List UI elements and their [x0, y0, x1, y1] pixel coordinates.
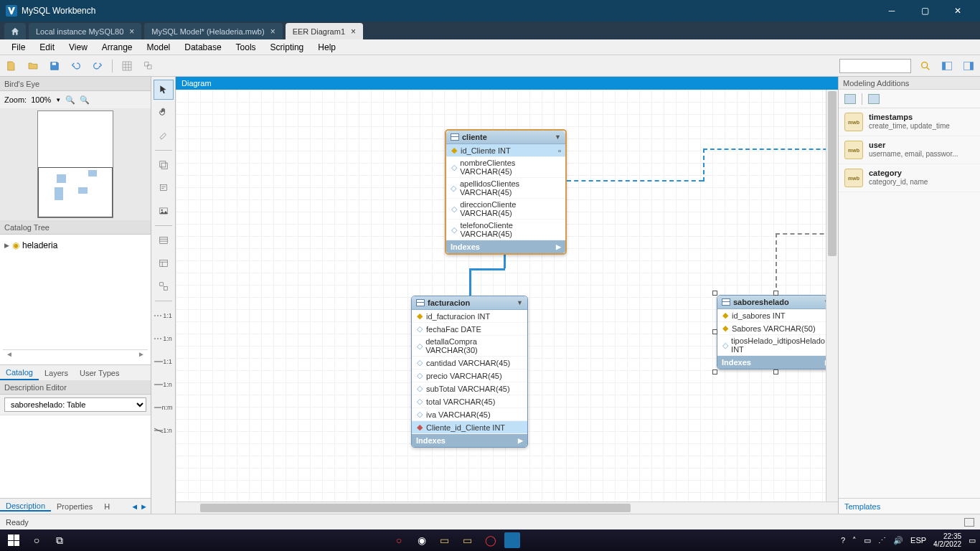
home-tab[interactable]: [4, 23, 26, 39]
panel-left-icon[interactable]: [940, 59, 954, 73]
resize-handle[interactable]: [712, 291, 717, 296]
close-button[interactable]: ✕: [941, 0, 974, 22]
eraser-tool[interactable]: [154, 126, 174, 146]
panel-right-icon[interactable]: [961, 59, 976, 73]
resize-handle[interactable]: [712, 329, 717, 334]
resize-handle[interactable]: [712, 369, 717, 375]
tab-mysql-model[interactable]: MySQL Model* (Heladeria.mwb) ×: [144, 23, 282, 39]
zoom-in-icon[interactable]: 🔍: [65, 95, 75, 105]
image-tool[interactable]: [154, 201, 174, 221]
menu-tools[interactable]: Tools: [229, 42, 263, 52]
undo-icon[interactable]: [69, 59, 83, 73]
new-file-icon[interactable]: [4, 59, 19, 73]
search-icon[interactable]: [918, 59, 933, 73]
search-taskbar-icon[interactable]: ○: [27, 531, 46, 550]
hand-tool[interactable]: [154, 103, 174, 123]
menu-file[interactable]: File: [4, 42, 32, 52]
templates-tab[interactable]: Templates: [839, 498, 980, 514]
app-icon[interactable]: ▭: [458, 531, 477, 550]
expand-icon[interactable]: ▶: [518, 437, 523, 444]
addition-icon[interactable]: [844, 94, 856, 104]
resize-handle[interactable]: [773, 291, 778, 296]
save-icon[interactable]: [47, 59, 62, 73]
battery-icon[interactable]: ▭: [864, 536, 871, 545]
description-select[interactable]: saboreshelado: Table: [4, 397, 146, 412]
rel-1-1-id[interactable]: 1:1: [154, 352, 174, 372]
volume-icon[interactable]: 🔊: [893, 536, 903, 545]
catalog-tree[interactable]: ▶ ◉ heladeria ◄►: [0, 235, 151, 364]
collapse-icon[interactable]: ▼: [517, 299, 523, 306]
pk-icon: ◆: [722, 311, 729, 320]
tray-expand-icon[interactable]: ˄: [852, 536, 857, 545]
zoom-out-icon[interactable]: 🔍: [80, 95, 90, 105]
vertical-scrollbar[interactable]: [826, 90, 838, 501]
tab-nav-arrows[interactable]: ◄►: [131, 502, 151, 511]
task-view-icon[interactable]: ⧉: [50, 531, 69, 550]
resize-handle[interactable]: [773, 369, 778, 375]
tab-catalog[interactable]: Catalog: [0, 365, 39, 380]
pointer-tool[interactable]: [154, 80, 174, 100]
tab-layers[interactable]: Layers: [39, 365, 74, 380]
search-input[interactable]: [839, 59, 911, 73]
zoom-dropdown-icon[interactable]: ▼: [55, 97, 61, 103]
start-button[interactable]: [4, 531, 23, 550]
main-area: Bird's Eye Zoom: 100% ▼ 🔍 🔍 Catalog Tree…: [0, 77, 980, 514]
chrome-icon[interactable]: ◉: [413, 531, 431, 550]
entity-cliente[interactable]: cliente▼ ◆id_Cliente INT▫ ◇nombreCliente…: [445, 129, 567, 255]
redo-icon[interactable]: [90, 59, 105, 73]
opera-icon[interactable]: ○: [390, 531, 408, 550]
help-tray-icon[interactable]: ?: [841, 536, 845, 545]
close-icon[interactable]: ×: [129, 27, 134, 37]
tab-properties[interactable]: Properties: [51, 502, 98, 511]
app-icon[interactable]: ◯: [481, 531, 500, 550]
notification-icon[interactable]: ▭: [969, 536, 976, 545]
menu-database[interactable]: Database: [177, 42, 228, 52]
rel-existing[interactable]: 1:n: [154, 420, 174, 441]
rel-1-n-id[interactable]: 1:n: [154, 375, 174, 395]
template-user[interactable]: mwb userusername, email, passwor...: [839, 136, 980, 164]
grid-toggle-icon[interactable]: [120, 59, 134, 73]
tab-local-instance[interactable]: Local instance MySQL80 ×: [29, 23, 141, 39]
clock[interactable]: 22:35 4/2/2022: [933, 532, 961, 548]
maximize-button[interactable]: ▢: [908, 0, 941, 22]
align-icon[interactable]: [141, 59, 156, 73]
template-timestamps[interactable]: mwb timestampscreate_time, update_time: [839, 108, 980, 136]
menu-arrange[interactable]: Arrange: [95, 42, 140, 52]
rel-1-1-non[interactable]: 1:1: [154, 306, 174, 326]
explorer-icon[interactable]: ▭: [435, 531, 454, 550]
wifi-icon[interactable]: ⋰: [878, 536, 886, 545]
menu-help[interactable]: Help: [311, 42, 343, 52]
expand-icon[interactable]: ▶: [4, 242, 9, 249]
collapse-icon[interactable]: ▼: [555, 133, 561, 141]
tab-history[interactable]: H: [98, 502, 116, 511]
close-icon[interactable]: ×: [351, 27, 356, 37]
open-folder-icon[interactable]: [26, 59, 40, 73]
language-indicator[interactable]: ESP: [910, 536, 926, 545]
rel-n-m[interactable]: n:m: [154, 397, 174, 418]
template-category[interactable]: mwb categorycategory_id, name: [839, 164, 980, 192]
diagram-canvas[interactable]: ⮜ cliente▼ ◆id_Cliente INT▫ ◇nombreClien…: [176, 90, 838, 514]
view-tool[interactable]: [154, 253, 174, 273]
minimize-button[interactable]: ─: [875, 0, 908, 22]
rel-1-n-non[interactable]: 1:n: [154, 329, 174, 349]
menu-view[interactable]: View: [62, 42, 95, 52]
menu-edit[interactable]: Edit: [32, 42, 62, 52]
workbench-taskbar-icon[interactable]: [504, 532, 520, 548]
routine-group-tool[interactable]: [154, 276, 174, 296]
addition-icon[interactable]: [868, 94, 880, 104]
table-tool[interactable]: [154, 230, 174, 250]
menu-model[interactable]: Model: [140, 42, 178, 52]
entity-saboreshelado[interactable]: saboreshelado▼ ◆id_sabores INT ◆Sabores …: [717, 295, 835, 369]
tab-user-types[interactable]: User Types: [74, 365, 125, 380]
svg-rect-16: [159, 283, 163, 286]
expand-icon[interactable]: ▶: [556, 243, 561, 250]
layer-tool[interactable]: [154, 155, 174, 175]
note-tool[interactable]: [154, 178, 174, 198]
tab-eer-diagram[interactable]: EER Diagram1 ×: [286, 23, 363, 39]
close-icon[interactable]: ×: [270, 27, 275, 37]
menu-scripting[interactable]: Scripting: [263, 42, 311, 52]
tab-description[interactable]: Description: [0, 501, 51, 512]
birds-eye-view[interactable]: [0, 108, 151, 220]
entity-facturacion[interactable]: facturacion▼ ◆id_facturacion INT ◇fechaF…: [411, 296, 528, 448]
horizontal-scrollbar[interactable]: [176, 501, 838, 514]
